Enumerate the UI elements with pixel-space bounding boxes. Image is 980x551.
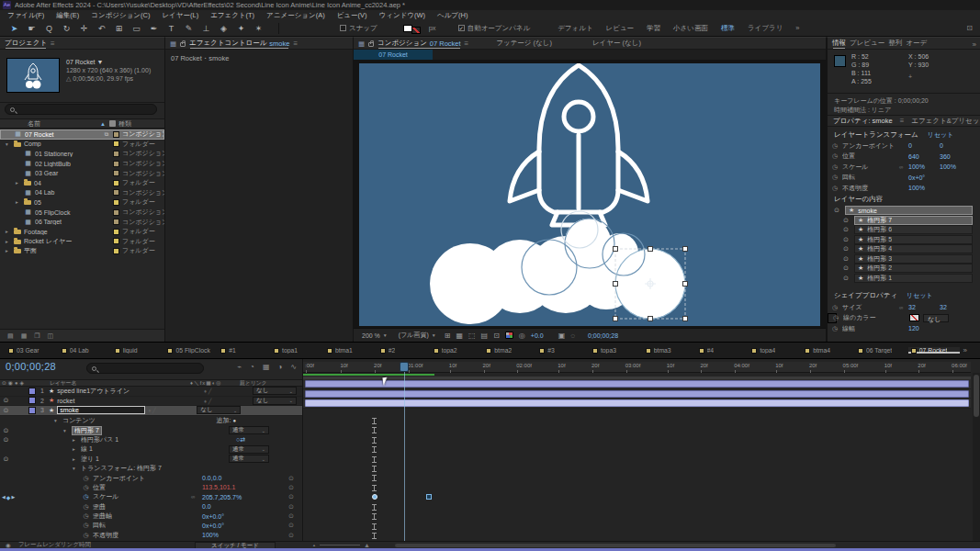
- menu-item[interactable]: エフェクト(T): [210, 11, 254, 20]
- property-value[interactable]: 0x+0.0°: [202, 523, 279, 529]
- label-color-chip[interactable]: [113, 219, 119, 225]
- content-layer-row[interactable]: ⊙ ★楕円形 5: [828, 235, 973, 245]
- layer-name[interactable]: smoke: [57, 406, 145, 414]
- expression-icon[interactable]: ⊙: [282, 484, 300, 491]
- content-layer-row[interactable]: ⊙ ★楕円形 2: [828, 264, 973, 274]
- stopwatch-icon[interactable]: ◷: [828, 174, 842, 181]
- transform-property-row[interactable]: ◀◆▶ ◷ 歪曲軸 ∞ 0x+0.0° ⊙: [0, 512, 302, 521]
- timeline-comp-tab[interactable]: #2: [377, 347, 429, 354]
- link-icon[interactable]: ∞: [899, 305, 908, 310]
- property-value[interactable]: 113.5,101.1: [202, 484, 279, 490]
- magnification-select[interactable]: 200 %▼: [359, 331, 390, 341]
- stopwatch-icon[interactable]: ◷: [828, 152, 842, 160]
- vertical-scrollbar[interactable]: [973, 373, 980, 541]
- roto-brush-tool[interactable]: ✦: [236, 24, 246, 33]
- stroke-color-swatch[interactable]: [411, 27, 421, 34]
- property-value[interactable]: 0x+0.0°: [202, 513, 279, 520]
- property-value-y[interactable]: 32: [940, 304, 947, 310]
- transparency-grid-icon[interactable]: ▤: [481, 332, 489, 340]
- puppet-pin-tool[interactable]: ✶: [253, 24, 264, 33]
- expander-icon[interactable]: ▸: [73, 437, 78, 443]
- keyframe-icon[interactable]: [372, 466, 377, 472]
- expander-icon[interactable]: ▸: [16, 199, 21, 205]
- tab-overflow-icon[interactable]: »: [963, 346, 967, 354]
- workspace-overflow-icon[interactable]: »: [795, 24, 799, 32]
- transform-property-row[interactable]: ◀◆▶ ◷ アンカーポイント ∞ 0.0,0.0 ⊙: [0, 473, 302, 482]
- eye-icon[interactable]: ⊙: [843, 275, 850, 282]
- expression-icon[interactable]: ⊙: [282, 503, 300, 511]
- shape-property-row[interactable]: ◷ 線幅 ∞ 120: [828, 323, 980, 334]
- lock-icon[interactable]: [368, 42, 374, 47]
- layer-name[interactable]: rocket: [57, 398, 201, 404]
- snapshot-icon[interactable]: ▣: [558, 332, 566, 340]
- expander-icon[interactable]: ▸: [16, 180, 21, 186]
- keyframe-icon[interactable]: [372, 523, 377, 530]
- stopwatch-icon[interactable]: ◷: [828, 163, 842, 171]
- pan-camera-tool[interactable]: ✛: [79, 24, 89, 33]
- keyframe-icon[interactable]: [372, 513, 377, 520]
- parent-select[interactable]: なし⌄: [253, 397, 297, 405]
- scrollbar-thumb[interactable]: [974, 375, 979, 417]
- label-color-chip[interactable]: [113, 189, 119, 196]
- timeline-comp-tab[interactable]: #4: [696, 347, 748, 354]
- exposure-reset-icon[interactable]: ◎: [519, 332, 525, 340]
- eye-icon[interactable]: ⊙: [843, 255, 850, 263]
- workspace-tab[interactable]: ライブラリ: [748, 24, 783, 33]
- workspace-tab[interactable]: 標準: [721, 24, 735, 33]
- layer-color-chip[interactable]: [28, 407, 36, 414]
- eye-icon[interactable]: ⊙: [2, 427, 10, 434]
- timeline-comp-tab[interactable]: #3: [536, 347, 588, 354]
- zoom-in-icon[interactable]: ▲: [364, 542, 370, 548]
- resolution-select[interactable]: (フル画質)▼: [396, 331, 439, 341]
- horizontal-scrollbar[interactable]: [395, 544, 836, 547]
- stopwatch-icon[interactable]: ◷: [82, 475, 90, 482]
- bit-depth-icon[interactable]: ▦: [21, 332, 28, 340]
- project-item[interactable]: ▸ ▦ 平面 ⧉ フォルダー: [0, 246, 164, 256]
- smoke[interactable]: ⊙ 3 ★ smoke ♦ ╱ なし⌄: [0, 406, 302, 416]
- shape-child-row[interactable]: ⊙ ▸ 楕円形パス 1 ○⇄ ⌄: [0, 435, 302, 444]
- label-color-chip[interactable]: [113, 229, 119, 235]
- composition-canvas[interactable]: [359, 63, 820, 326]
- keyframe-icon[interactable]: [372, 533, 377, 539]
- keyframe-icon[interactable]: [372, 456, 377, 463]
- timeline-comp-tab[interactable]: liquid: [112, 347, 163, 354]
- reset-transform-button[interactable]: リセット: [928, 131, 954, 138]
- tab-layer[interactable]: レイヤー (なし): [592, 39, 641, 48]
- stopwatch-icon[interactable]: ◷: [82, 532, 90, 539]
- menu-item[interactable]: ファイル(F): [7, 11, 44, 20]
- property-value-x[interactable]: 0x+0°: [908, 174, 940, 181]
- timeline-search-input[interactable]: [86, 363, 204, 374]
- region-of-interest-icon[interactable]: ⬚: [468, 332, 476, 340]
- menu-item[interactable]: ビュー(V): [337, 11, 367, 20]
- shape-tool[interactable]: ▭: [131, 24, 141, 33]
- blend-mode-select[interactable]: 通常⌄: [229, 445, 269, 454]
- expression-icon[interactable]: ⊙: [282, 475, 300, 482]
- expander-icon[interactable]: ▸: [73, 446, 78, 452]
- content-layer-row[interactable]: ⊙ ★楕円形 7: [828, 216, 973, 226]
- project-item[interactable]: ▸ ▦ Footage ⧉ フォルダー: [0, 227, 164, 237]
- grid-options-icon[interactable]: ⊞: [445, 332, 451, 340]
- label-color-chip[interactable]: [113, 170, 119, 176]
- label-color-chip[interactable]: [113, 238, 119, 244]
- workspace-tab[interactable]: レビュー: [606, 24, 635, 33]
- panel-overflow-icon[interactable]: »: [973, 40, 976, 49]
- viewer-comp-tab[interactable]: 07 Rocket: [354, 50, 433, 60]
- brush-tool[interactable]: ✎: [184, 24, 194, 33]
- eye-icon[interactable]: ⊙: [843, 236, 850, 243]
- label-color-chip[interactable]: [113, 161, 119, 167]
- project-item[interactable]: ▸ ▦ 05 ⧉ フォルダー: [0, 197, 164, 208]
- search-help-icon[interactable]: ⊡: [966, 24, 973, 32]
- project-item[interactable]: ▦ 01 Stationery ⧉ コンポジション: [0, 149, 164, 159]
- layer-color-chip[interactable]: [28, 397, 36, 404]
- column-type[interactable]: 種類: [118, 119, 159, 129]
- timeline-comp-tab[interactable]: btma4: [802, 347, 853, 354]
- playhead-line[interactable]: [404, 372, 405, 541]
- project-item[interactable]: ▦ 04 Lab ⧉ コンポジション: [0, 188, 164, 198]
- stopwatch-icon[interactable]: ◷: [82, 522, 90, 529]
- content-layer-row[interactable]: ⊙ ★楕円形 1: [828, 274, 973, 284]
- mini-flowchart-icon[interactable]: ⌁: [237, 363, 242, 371]
- shy-layers-icon[interactable]: ◔: [250, 363, 254, 371]
- contents-row[interactable]: ▾ コンテンツ 追加: ●: [0, 416, 302, 425]
- panel-menu-icon[interactable]: ≡: [465, 39, 469, 48]
- layer-switches[interactable]: ♦ ╱: [204, 388, 250, 394]
